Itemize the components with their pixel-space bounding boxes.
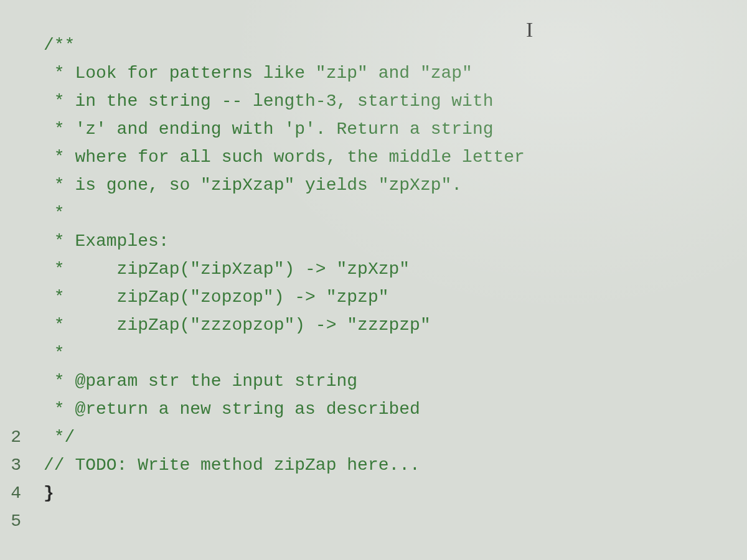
code-line[interactable]: * Look for patterns like "zip" and "zap"	[44, 59, 747, 87]
code-line[interactable]: * 'z' and ending with 'p'. Return a stri…	[44, 115, 747, 143]
gutter-line	[0, 283, 21, 311]
code-line[interactable]: * is gone, so "zipXzap" yields "zpXzp".	[44, 171, 747, 199]
code-line[interactable]: }	[44, 479, 747, 507]
code-line[interactable]: * zipZap("zipXzap") -> "zpXzp"	[44, 255, 747, 283]
code-editor[interactable]: 2 3 4 5 /** * Look for patterns like "zi…	[0, 0, 747, 560]
code-line[interactable]: * zipZap("zopzop") -> "zpzp"	[44, 283, 747, 311]
code-line[interactable]: /**	[44, 31, 747, 59]
gutter-line	[0, 255, 21, 283]
gutter-line	[0, 87, 21, 115]
gutter-line	[0, 171, 21, 199]
gutter-line	[0, 311, 21, 339]
code-area[interactable]: /** * Look for patterns like "zip" and "…	[25, 31, 747, 560]
code-line[interactable]: */	[44, 423, 747, 451]
gutter-line	[0, 227, 21, 255]
gutter-line: 5	[0, 507, 21, 535]
gutter-line	[0, 367, 21, 395]
line-number-gutter: 2 3 4 5	[0, 31, 25, 560]
gutter-line	[0, 395, 21, 423]
code-line[interactable]: *	[44, 199, 747, 227]
code-line[interactable]: * zipZap("zzzopzop") -> "zzzpzp"	[44, 311, 747, 339]
gutter-line	[0, 59, 21, 87]
gutter-line	[0, 339, 21, 367]
gutter-line	[0, 115, 21, 143]
code-line[interactable]: * @return a new string as described	[44, 395, 747, 423]
code-line[interactable]: * where for all such words, the middle l…	[44, 143, 747, 171]
code-line[interactable]: *	[44, 339, 747, 367]
gutter-line: 3	[0, 451, 21, 479]
code-line[interactable]: * @param str the input string	[44, 367, 747, 395]
gutter-line	[0, 31, 21, 59]
gutter-line	[0, 199, 21, 227]
code-line[interactable]: * in the string -- length-3, starting wi…	[44, 87, 747, 115]
gutter-line: 4	[0, 479, 21, 507]
gutter-line	[0, 143, 21, 171]
code-line[interactable]: * Examples:	[44, 227, 747, 255]
text-cursor: I	[526, 14, 533, 45]
code-line[interactable]: // TODO: Write method zipZap here...	[44, 451, 747, 479]
gutter-line: 2	[0, 423, 21, 451]
